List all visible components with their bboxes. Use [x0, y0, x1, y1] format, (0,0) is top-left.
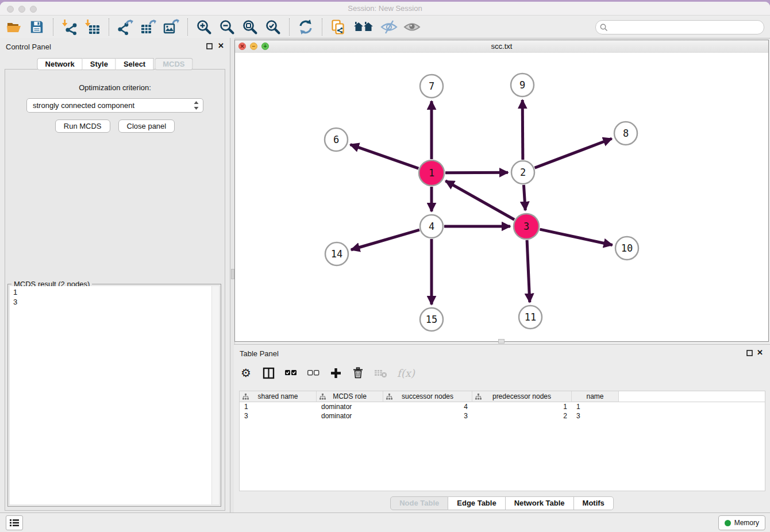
- close-table-panel-icon[interactable]: ✕: [757, 348, 763, 357]
- node-label: 8: [623, 128, 629, 139]
- cell-name[interactable]: 3: [572, 411, 619, 421]
- node-label: 4: [429, 221, 434, 232]
- column-header-shared-name[interactable]: shared name: [240, 391, 317, 402]
- edge-2-8[interactable]: [535, 138, 612, 168]
- app-window: Session: New Session: [0, 2, 770, 532]
- criterion-dropdown[interactable]: strongly connected component: [26, 98, 203, 113]
- save-session-button[interactable]: [26, 17, 47, 37]
- column-header-predecessor-nodes[interactable]: predecessor nodes: [472, 391, 572, 402]
- edge-1-6[interactable]: [351, 145, 419, 169]
- cell-mcds-role[interactable]: dominator: [317, 402, 383, 411]
- edge-3-10[interactable]: [540, 229, 612, 245]
- table-row[interactable]: 3dominator323: [240, 411, 765, 421]
- node-8[interactable]: 8: [614, 122, 637, 145]
- home-layout-button[interactable]: [351, 17, 376, 37]
- column-header-name[interactable]: name: [572, 391, 619, 402]
- edge-4-14[interactable]: [351, 230, 419, 250]
- node-14[interactable]: 14: [325, 242, 348, 265]
- refresh-view-button[interactable]: [295, 17, 316, 37]
- deselect-all-button[interactable]: [307, 365, 319, 380]
- cell-predecessor-nodes[interactable]: 2: [472, 411, 572, 421]
- cell-successor-nodes[interactable]: 4: [383, 402, 472, 411]
- show-graphics-details-button[interactable]: [402, 17, 422, 37]
- node-3[interactable]: 3: [514, 214, 539, 239]
- task-history-button[interactable]: [6, 515, 23, 530]
- edge-3-1[interactable]: [445, 181, 514, 219]
- search-input[interactable]: [610, 22, 759, 33]
- edge-1-2[interactable]: [445, 172, 508, 173]
- zoom-selected-button[interactable]: [263, 17, 283, 37]
- edge-3-11[interactable]: [527, 240, 530, 302]
- column-label: MCDS role: [333, 392, 367, 400]
- import-network-button[interactable]: [59, 17, 80, 37]
- node-label: 3: [523, 221, 529, 232]
- export-network-button[interactable]: [115, 17, 136, 37]
- column-header-mcds-role[interactable]: MCDS role: [317, 391, 383, 402]
- cell-name[interactable]: 1: [572, 402, 619, 411]
- tab-motifs[interactable]: Motifs: [574, 496, 614, 510]
- network-canvas[interactable]: 1234678910111415: [235, 53, 768, 341]
- cell-successor-nodes[interactable]: 3: [383, 411, 472, 421]
- tab-node-table[interactable]: Node Table: [390, 496, 448, 510]
- tab-mcds[interactable]: MCDS: [155, 58, 192, 70]
- node-6[interactable]: 6: [325, 128, 348, 151]
- export-table-button[interactable]: [138, 17, 159, 37]
- toolbar-separator: [53, 18, 53, 36]
- float-panel-icon[interactable]: [206, 43, 213, 49]
- node-10[interactable]: 10: [615, 237, 638, 260]
- column-header-successor-nodes[interactable]: successor nodes: [383, 391, 472, 402]
- node-9[interactable]: 9: [511, 74, 534, 97]
- tab-network-table[interactable]: Network Table: [506, 496, 574, 510]
- cell-shared-name[interactable]: 3: [240, 411, 317, 421]
- table-row[interactable]: 1dominator411: [240, 402, 765, 411]
- float-table-panel-icon[interactable]: [746, 350, 753, 356]
- export-network-icon: [117, 19, 133, 35]
- open-session-button[interactable]: [3, 17, 24, 37]
- node-7[interactable]: 7: [420, 75, 443, 98]
- node-1[interactable]: 1: [419, 160, 444, 186]
- split-panel-button[interactable]: [262, 365, 275, 380]
- node-table[interactable]: shared nameMCDS rolesuccessor nodesprede…: [239, 391, 765, 491]
- main-toolbar: [0, 16, 770, 38]
- function-builder-button[interactable]: f(x): [397, 365, 415, 380]
- tab-select[interactable]: Select: [116, 58, 153, 70]
- zoom-fit-button[interactable]: [240, 17, 260, 37]
- fx-icon: f(x): [397, 367, 415, 379]
- edge-2-3[interactable]: [523, 185, 525, 210]
- node-2[interactable]: 2: [511, 161, 534, 184]
- hide-graphics-details-button[interactable]: [379, 17, 399, 37]
- delete-table-button[interactable]: [374, 365, 387, 380]
- close-panel-icon[interactable]: ✕: [218, 41, 224, 50]
- memory-button[interactable]: Memory: [718, 515, 765, 530]
- node-15[interactable]: 15: [420, 308, 443, 331]
- cell-mcds-role[interactable]: dominator: [317, 411, 383, 421]
- zoom-out-button[interactable]: [217, 17, 237, 37]
- node-4[interactable]: 4: [420, 215, 443, 238]
- mcds-result-area[interactable]: 1 3: [10, 286, 219, 504]
- network-resize-handle[interactable]: [498, 339, 505, 344]
- import-table-button[interactable]: [82, 17, 103, 37]
- cell-predecessor-nodes[interactable]: 1: [472, 402, 572, 411]
- close-panel-button[interactable]: Close panel: [118, 119, 175, 133]
- export-image-button[interactable]: [161, 17, 182, 37]
- optimization-criterion-label: Optimization criterion:: [5, 83, 225, 92]
- zoom-in-button[interactable]: [194, 17, 214, 37]
- tab-edge-table[interactable]: Edge Table: [448, 496, 505, 510]
- search-field[interactable]: [595, 20, 764, 34]
- tab-network[interactable]: Network: [37, 58, 83, 70]
- result-scrollbar[interactable]: [211, 286, 219, 504]
- edge-2-9[interactable]: [522, 100, 523, 160]
- run-mcds-button[interactable]: Run MCDS: [55, 119, 110, 133]
- delete-row-button[interactable]: [352, 365, 364, 380]
- node-label: 7: [429, 80, 434, 92]
- copy-view-button[interactable]: [328, 17, 349, 37]
- node-label: 10: [621, 242, 633, 254]
- add-row-button[interactable]: [329, 365, 342, 380]
- cell-shared-name[interactable]: 1: [240, 402, 317, 411]
- node-11[interactable]: 11: [519, 306, 542, 329]
- table-settings-button[interactable]: ⚙: [240, 365, 252, 380]
- tab-style[interactable]: Style: [83, 58, 116, 70]
- select-all-button[interactable]: [284, 365, 297, 380]
- network-window-titlebar[interactable]: ✕ − + scc.txt: [235, 40, 768, 53]
- network-graph[interactable]: 1234678910111415: [235, 53, 768, 341]
